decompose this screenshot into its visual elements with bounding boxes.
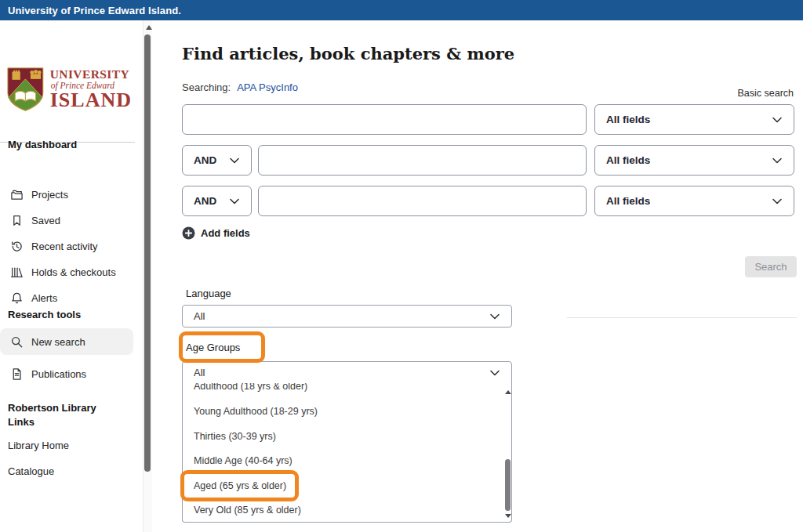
- page-title: Find articles, book chapters & more: [182, 44, 514, 63]
- page: University of Prince Edward Island. UNIV…: [0, 0, 803, 532]
- sidebar-item-new-search[interactable]: New search: [0, 328, 133, 355]
- sidebar: UNIVERSITY of Prince Edward ISLAND My da…: [0, 20, 140, 532]
- projects-folder-icon: [10, 188, 24, 201]
- sidebar-item-label: Alerts: [31, 292, 57, 304]
- add-fields-label: Add fields: [201, 227, 250, 239]
- scroll-up-arrow-icon[interactable]: [146, 25, 152, 30]
- search-icon: [10, 335, 24, 349]
- search-input-3[interactable]: [258, 186, 587, 216]
- age-groups-dropdown: Adulthood (18 yrs & older) Young Adultho…: [182, 383, 512, 523]
- operator-select-1[interactable]: AND: [182, 145, 252, 176]
- searching-line: Searching:APA PsycInfo: [182, 81, 298, 93]
- language-label: Language: [186, 288, 231, 299]
- annotation-age-groups-highlight: [179, 331, 265, 363]
- sidebar-item-label: Saved: [31, 215, 60, 226]
- sidebar-item-label: Holds & checkouts: [31, 266, 116, 278]
- library-links-heading: Robertson Library Links: [8, 401, 102, 429]
- sidebar-item-label: New search: [31, 336, 85, 348]
- sidebar-item-projects[interactable]: Projects: [0, 183, 133, 206]
- history-icon: [10, 240, 24, 253]
- dropdown-scroll-down-arrow-icon[interactable]: [505, 514, 511, 518]
- field-scope-select-1[interactable]: All fields: [594, 104, 794, 135]
- document-icon: [10, 367, 24, 381]
- field-scope-value: All fields: [606, 114, 650, 125]
- sidebar-item-catalogue[interactable]: Catalogue: [8, 465, 54, 477]
- institution-title: University of Prince Edward Island.: [0, 5, 181, 16]
- sidebar-item-label: Projects: [31, 189, 68, 201]
- chevron-down-icon: [229, 155, 240, 166]
- section-divider: [567, 317, 797, 318]
- upei-logo-text: UNIVERSITY of Prince Edward ISLAND: [50, 68, 132, 110]
- page-scrollbar-thumb[interactable]: [144, 34, 151, 472]
- sidebar-item-library-home[interactable]: Library Home: [8, 440, 69, 451]
- library-shelf-icon: [10, 266, 24, 279]
- chevron-down-icon: [489, 367, 500, 378]
- upei-logo: UNIVERSITY of Prince Edward ISLAND: [6, 60, 132, 119]
- age-groups-select[interactable]: All: [182, 361, 512, 384]
- operator-select-2[interactable]: AND: [182, 186, 252, 216]
- field-scope-select-3[interactable]: All fields: [594, 186, 794, 216]
- bookmark-icon: [10, 214, 24, 227]
- sidebar-item-saved[interactable]: Saved: [0, 208, 133, 232]
- sidebar-item-holds-checkouts[interactable]: Holds & checkouts: [0, 260, 133, 284]
- chevron-down-icon: [772, 114, 783, 125]
- bell-icon: [10, 291, 24, 305]
- field-scope-value: All fields: [606, 154, 650, 166]
- annotation-aged-option-highlight: [180, 470, 299, 501]
- sidebar-item-label: Publications: [31, 368, 86, 380]
- age-option-young-adulthood[interactable]: Young Adulthood (18-29 yrs): [194, 406, 318, 417]
- age-option-thirties[interactable]: Thirties (30-39 yrs): [194, 431, 276, 442]
- dropdown-scroll-up-arrow-icon[interactable]: [505, 390, 511, 394]
- chevron-down-icon: [772, 155, 783, 166]
- upei-crest-icon: [6, 65, 45, 114]
- age-option-middle-age[interactable]: Middle Age (40-64 yrs): [194, 455, 292, 466]
- search-button[interactable]: Search: [745, 256, 797, 277]
- search-input-1[interactable]: [182, 104, 587, 135]
- age-groups-value: All: [194, 367, 205, 378]
- research-tools-heading: Research tools: [8, 309, 81, 320]
- basic-search-link[interactable]: Basic search: [737, 88, 794, 99]
- database-link[interactable]: APA PsycInfo: [237, 81, 298, 93]
- language-value: All: [194, 310, 205, 322]
- age-option-adulthood[interactable]: Adulthood (18 yrs & older): [194, 383, 307, 392]
- search-input-2[interactable]: [258, 145, 587, 176]
- chevron-down-icon: [772, 196, 783, 207]
- language-select[interactable]: All: [182, 305, 512, 328]
- dashboard-heading: My dashboard: [8, 139, 77, 150]
- operator-value: AND: [194, 154, 216, 166]
- sidebar-item-recent-activity[interactable]: Recent activity: [0, 234, 133, 258]
- field-scope-value: All fields: [606, 195, 650, 207]
- add-fields-button[interactable]: Add fields: [182, 226, 250, 240]
- sidebar-item-alerts[interactable]: Alerts: [0, 286, 133, 309]
- operator-value: AND: [194, 195, 216, 207]
- sidebar-item-label: Recent activity: [31, 241, 98, 252]
- field-scope-select-2[interactable]: All fields: [594, 145, 794, 176]
- plus-circle-icon: [182, 226, 195, 240]
- sidebar-item-publications[interactable]: Publications: [0, 362, 133, 385]
- dropdown-scrollbar-thumb[interactable]: [505, 459, 511, 511]
- searching-label: Searching:: [182, 81, 231, 93]
- top-banner: University of Prince Edward Island.: [0, 0, 803, 20]
- age-option-very-old[interactable]: Very Old (85 yrs & older): [194, 505, 301, 516]
- chevron-down-icon: [229, 196, 240, 207]
- chevron-down-icon: [489, 311, 500, 322]
